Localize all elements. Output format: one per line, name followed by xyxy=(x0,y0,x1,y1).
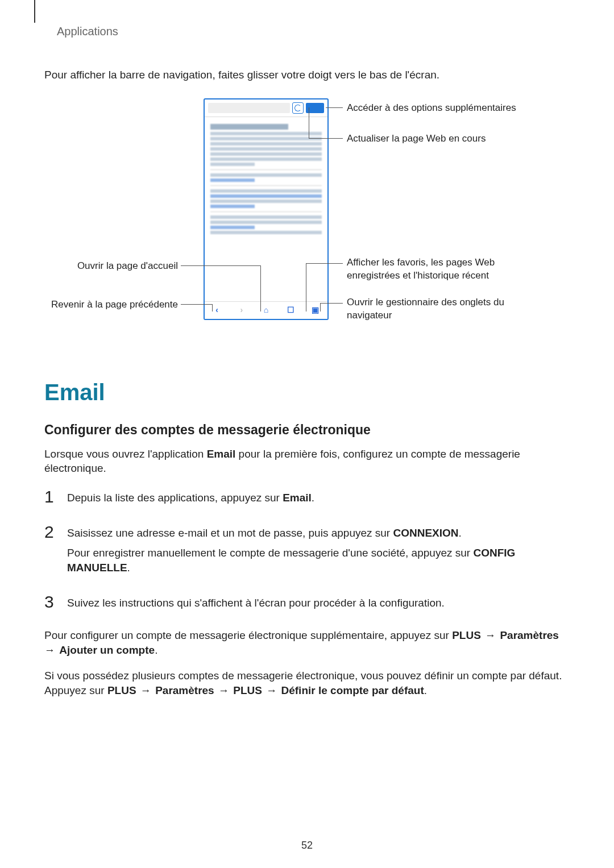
arrow-icon: → xyxy=(214,684,234,696)
bold-text: Ajouter un compte xyxy=(59,644,155,656)
bold-text: PLUS xyxy=(107,684,136,696)
section-subtitle: Configurer des comptes de messagerie éle… xyxy=(44,421,570,439)
lead-line xyxy=(181,265,260,266)
text: . xyxy=(127,562,130,574)
bold-text: PLUS xyxy=(452,629,481,641)
arrow-icon: → xyxy=(481,629,500,641)
browser-figure: ‹ › ⌂ ☐ ▣ Accéder à des options suppléme… xyxy=(44,98,570,343)
text: . xyxy=(424,684,427,696)
bold-text: Paramètres xyxy=(500,629,559,641)
step-number: 3 xyxy=(44,593,57,616)
forward-icon: › xyxy=(237,305,247,315)
steps-list: 1 Depuis la liste des applications, appu… xyxy=(44,488,570,616)
browser-toolbar: ‹ › ⌂ ☐ ▣ xyxy=(205,301,327,319)
text: . xyxy=(155,644,157,656)
step-number: 2 xyxy=(44,524,57,581)
after-steps-2: Si vous possédez plusieurs comptes de me… xyxy=(44,668,570,697)
header-mark xyxy=(34,0,35,23)
step-1: 1 Depuis la liste des applications, appu… xyxy=(44,488,570,511)
url-field xyxy=(208,103,290,113)
text: . xyxy=(459,527,462,539)
section-title: Email xyxy=(44,377,570,408)
back-icon: ‹ xyxy=(212,305,222,315)
phone-mock: ‹ › ⌂ ☐ ▣ xyxy=(204,98,329,320)
bold-text: PLUS xyxy=(233,684,262,696)
bold-text: Paramètres xyxy=(155,684,214,696)
bold-text: CONNEXION xyxy=(393,527,458,539)
section-lead: Lorsque vous ouvrez l'application Email … xyxy=(44,447,570,476)
text: Lorsque vous ouvrez l'application xyxy=(44,448,207,460)
intro-text: Pour afficher la barre de navigation, fa… xyxy=(44,68,570,82)
lead-line xyxy=(320,303,343,304)
callout-tabs: Ouvrir le gestionnaire des onglets du na… xyxy=(340,296,534,322)
bold-text: Email xyxy=(283,492,312,504)
after-steps-1: Pour configurer un compte de messagerie … xyxy=(44,628,570,657)
callout-home: Ouvrir la page d'accueil xyxy=(44,260,185,273)
step-2: 2 Saisissez une adresse e-mail et un mot… xyxy=(44,524,570,581)
bookmark-icon: ☐ xyxy=(285,305,296,315)
arrow-icon: → xyxy=(136,684,156,696)
text: . xyxy=(312,492,314,504)
tabs-icon: ▣ xyxy=(310,305,320,315)
callout-back: Revenir à la page précédente xyxy=(44,298,185,312)
refresh-icon xyxy=(292,102,304,114)
lead-line xyxy=(320,303,321,312)
text: Pour enregistrer manuellement le compte … xyxy=(67,547,473,559)
lead-line xyxy=(306,263,343,264)
lead-line xyxy=(260,265,261,312)
page-number: 52 xyxy=(0,838,614,852)
lead-line xyxy=(309,107,309,138)
lead-line xyxy=(212,304,213,312)
breadcrumb: Applications xyxy=(57,24,570,39)
text: Saisissez une adresse e-mail et un mot d… xyxy=(67,527,393,539)
lead-line xyxy=(181,304,212,305)
callout-refresh: Actualiser la page Web en cours xyxy=(340,132,529,146)
bold-text: Définir le compte par défaut xyxy=(281,684,424,696)
callout-more-options: Accéder à des options supplémentaires xyxy=(340,102,517,115)
home-icon: ⌂ xyxy=(261,305,271,315)
step-number: 1 xyxy=(44,488,57,511)
lead-line xyxy=(309,138,343,139)
bold-text: Email xyxy=(207,448,236,460)
arrow-icon: → xyxy=(262,684,281,696)
callout-favorites: Afficher les favoris, les pages Web enre… xyxy=(340,256,540,283)
text: Suivez les instructions qui s'affichent … xyxy=(67,596,570,610)
step-3: 3 Suivez les instructions qui s'affichen… xyxy=(44,593,570,616)
lead-line xyxy=(306,263,306,312)
text: Depuis la liste des applications, appuye… xyxy=(67,492,283,504)
text: Pour configurer un compte de messagerie … xyxy=(44,629,452,641)
